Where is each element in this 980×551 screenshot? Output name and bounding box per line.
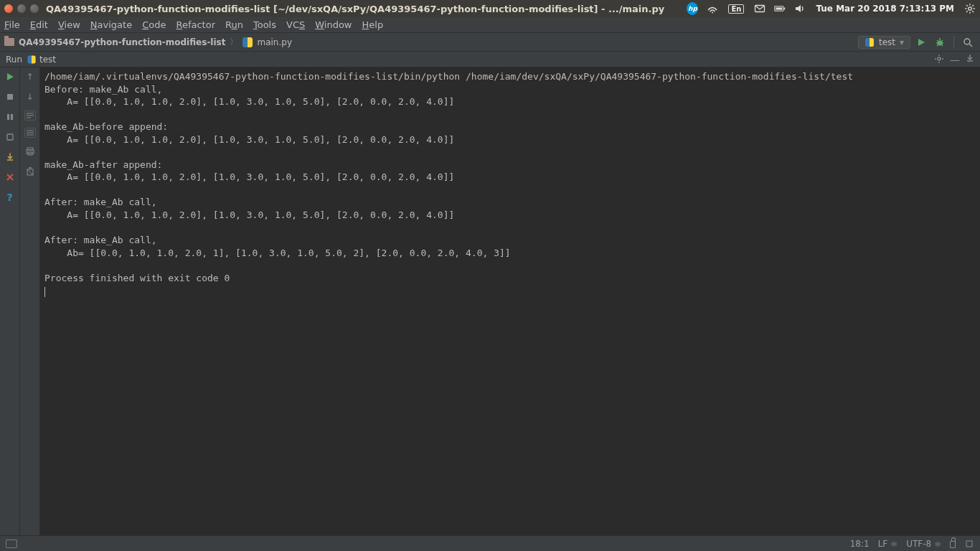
readonly-lock-icon[interactable] [950,537,956,550]
menu-window[interactable]: Window [315,19,352,30]
volume-icon[interactable] [794,3,806,14]
svg-line-21 [941,44,943,46]
debug-button[interactable] [932,34,948,50]
run-configuration-selector[interactable]: test ▾ [858,36,910,49]
breadcrumb-file[interactable]: main.py [257,37,292,47]
svg-rect-4 [776,7,783,9]
menu-refactor[interactable]: Refactor [176,19,215,30]
ide-menubar: File Edit View Navigate Code Refactor Ru… [0,17,980,33]
toolbar-right: test ▾ [858,34,976,50]
keyboard-language-indicator[interactable]: En [727,4,745,14]
tool-windows-toggle-icon[interactable] [6,540,17,548]
svg-rect-31 [11,114,13,120]
battery-icon[interactable] [774,3,786,14]
download-icon[interactable] [966,54,974,65]
exit-button[interactable] [4,171,17,184]
menu-vcs[interactable]: VCS [286,19,305,30]
svg-point-24 [938,57,941,60]
system-tray: hp En Tue Mar 20 2018 7:13:13 PM [687,3,976,14]
pause-button[interactable] [4,110,17,123]
run-gutter-mid: ↑ ↓ [20,67,40,535]
run-config-label: test [879,37,895,47]
chevron-down-icon: ▾ [900,37,904,47]
gear-icon[interactable] [934,54,944,65]
window-title: QA49395467-python-function-modifies-list… [46,4,664,14]
svg-rect-29 [7,94,13,100]
window-minimize-button[interactable] [17,4,26,13]
dump-threads-button[interactable] [4,151,17,164]
navigation-bar: QA49395467-python-function-modifies-list… [0,33,980,52]
svg-point-0 [712,12,713,14]
menu-code[interactable]: Code [142,19,166,30]
clock[interactable]: Tue Mar 20 2018 7:13:13 PM [814,4,956,14]
rerun-button[interactable] [4,70,17,83]
help-button[interactable]: ? [4,191,17,204]
svg-point-5 [969,7,971,10]
folder-icon [4,38,14,46]
search-button[interactable] [960,34,976,50]
svg-line-10 [966,5,968,6]
svg-line-23 [969,44,972,47]
window-maximize-button[interactable] [30,4,39,13]
file-encoding[interactable]: UTF-8 ≑ [906,539,941,549]
python-file-icon [242,37,253,47]
menu-help[interactable]: Help [362,19,384,30]
status-bar-right: 18:1 LF ≑ UTF-8 ≑ [850,537,974,550]
python-icon [27,55,35,63]
run-panel-toolbar-right: — [934,54,974,65]
soft-wrap-button[interactable] [24,110,36,121]
svg-point-33 [9,153,10,154]
svg-line-40 [27,169,33,175]
menu-edit[interactable]: Edit [30,19,48,30]
menu-tools[interactable]: Tools [253,19,276,30]
svg-line-19 [941,40,943,42]
wifi-icon[interactable] [707,3,718,14]
status-indicator-icon[interactable] [964,539,974,549]
status-bar: 18:1 LF ≑ UTF-8 ≑ [0,535,980,551]
breadcrumb-project[interactable]: QA49395467-python-function-modifies-list [19,37,225,47]
run-button[interactable] [913,34,929,50]
breadcrumb: QA49395467-python-function-modifies-list… [4,36,292,48]
window-close-button[interactable] [4,4,13,13]
restart-button[interactable] [4,131,17,143]
menu-view[interactable]: View [58,19,80,30]
run-panel-body: ? ↑ ↓ /home/iam/.virtualenvs/QA49395467-… [0,67,980,535]
run-panel-header: Run test — [0,52,980,67]
minimize-panel-icon[interactable]: — [950,54,960,65]
svg-point-22 [964,39,970,44]
python-icon [865,38,874,47]
run-gutter-left: ? [0,67,20,535]
svg-rect-3 [784,7,786,9]
svg-line-11 [972,11,974,12]
svg-line-12 [966,11,968,12]
caret-position[interactable]: 18:1 [850,539,870,549]
mail-icon[interactable] [754,3,765,14]
hp-logo-icon[interactable]: hp [687,3,698,14]
scroll-to-end-button[interactable] [24,128,36,138]
os-titlebar: QA49395467-python-function-modifies-list… [0,0,980,17]
line-separator[interactable]: LF ≑ [878,539,897,549]
svg-line-13 [972,5,974,6]
chevron-right-icon: 〉 [230,36,238,48]
run-panel-title-prefix: Run [6,55,22,65]
window-buttons [4,4,39,13]
console-output[interactable]: /home/iam/.virtualenvs/QA49395467-python… [40,67,980,535]
svg-line-18 [937,40,938,42]
separator [953,36,954,49]
svg-rect-30 [7,114,9,120]
settings-gear-icon[interactable] [964,3,976,14]
scroll-up-icon[interactable]: ↑ [24,70,37,83]
menu-navigate[interactable]: Navigate [90,19,132,30]
menu-file[interactable]: File [4,19,20,30]
run-panel-config-name: test [39,55,56,65]
menu-run[interactable]: Run [225,19,243,30]
svg-line-20 [937,44,938,46]
stop-button[interactable] [4,90,17,103]
print-button[interactable] [24,145,37,158]
svg-rect-42 [966,541,972,547]
svg-rect-32 [7,134,13,140]
clear-all-button[interactable] [24,165,37,178]
scroll-down-icon[interactable]: ↓ [24,90,37,103]
